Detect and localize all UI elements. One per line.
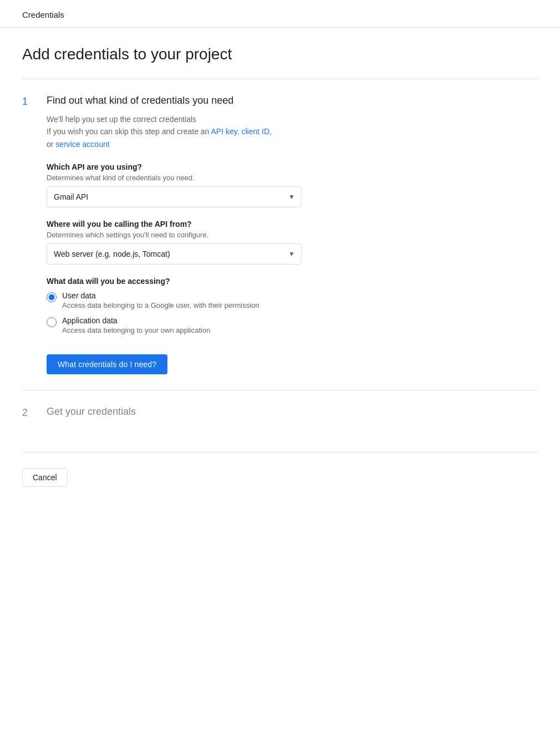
- step2-title: Get your credentials: [47, 406, 136, 418]
- step1-title: Find out what kind of credentials you ne…: [47, 95, 233, 106]
- comma1: ,: [237, 127, 242, 136]
- calling-group: Where will you be calling the API from? …: [47, 220, 538, 265]
- comma2: ,: [269, 127, 272, 136]
- calling-select[interactable]: Web server (e.g. node.js, Tomcat) Web br…: [47, 243, 302, 265]
- step1-number: 1: [22, 96, 35, 108]
- cancel-button[interactable]: Cancel: [22, 468, 68, 487]
- step1-header: 1 Find out what kind of credentials you …: [22, 95, 538, 108]
- api-key-link[interactable]: API key: [211, 127, 237, 136]
- footer: Cancel: [0, 452, 560, 509]
- which-api-hint: Determines what kind of credentials you …: [47, 174, 538, 182]
- api-select-wrapper: Gmail API YouTube Data API Google Drive …: [47, 186, 302, 207]
- step2-section: 2 Get your credentials: [22, 390, 538, 430]
- data-access-group: What data will you be accessing? User da…: [47, 277, 538, 334]
- step1-body: We'll help you set up the correct creden…: [47, 113, 538, 374]
- radio-app-data-labels: Application data Access data belonging t…: [62, 316, 210, 334]
- calling-label: Where will you be calling the API from?: [47, 220, 538, 228]
- calling-select-wrapper: Web server (e.g. node.js, Tomcat) Web br…: [47, 243, 302, 265]
- service-account-link[interactable]: service account: [55, 140, 109, 149]
- intro-text: We'll help you set up the correct creden…: [47, 113, 538, 150]
- api-select[interactable]: Gmail API YouTube Data API Google Drive …: [47, 186, 302, 207]
- step2-number: 2: [22, 407, 35, 419]
- radio-app-data-label: Application data: [62, 316, 210, 325]
- step1-section: 1 Find out what kind of credentials you …: [22, 79, 538, 390]
- radio-app-data[interactable]: Application data Access data belonging t…: [47, 316, 538, 334]
- radio-user-data-labels: User data Access data belonging to a Goo…: [62, 291, 259, 309]
- page-content: Add credentials to your project 1 Find o…: [0, 28, 560, 452]
- page-header: Credentials: [0, 0, 560, 28]
- data-access-label: What data will you be accessing?: [47, 277, 538, 286]
- which-api-group: Which API are you using? Determines what…: [47, 162, 538, 207]
- header-title: Credentials: [22, 10, 64, 19]
- which-api-label: Which API are you using?: [47, 162, 538, 171]
- step2-header: 2 Get your credentials: [22, 406, 538, 419]
- intro-line1: We'll help you set up the correct creden…: [47, 115, 196, 124]
- radio-user-data-label: User data: [62, 291, 259, 300]
- calling-hint: Determines which settings you'll need to…: [47, 231, 538, 239]
- page-main-title: Add credentials to your project: [22, 45, 538, 63]
- radio-app-data-input[interactable]: [47, 317, 57, 327]
- radio-user-data[interactable]: User data Access data belonging to a Goo…: [47, 291, 538, 309]
- radio-group: User data Access data belonging to a Goo…: [47, 291, 538, 334]
- or-text: or: [47, 140, 53, 149]
- footer-divider: [22, 452, 538, 453]
- intro-line2: If you wish you can skip this step and c…: [47, 127, 209, 136]
- client-id-link[interactable]: client ID: [242, 127, 270, 136]
- radio-user-data-description: Access data belonging to a Google user, …: [62, 301, 259, 309]
- credentials-cta-button[interactable]: What credentials do I need?: [47, 354, 167, 374]
- radio-user-data-input[interactable]: [47, 292, 57, 302]
- radio-app-data-description: Access data belonging to your own applic…: [62, 326, 210, 334]
